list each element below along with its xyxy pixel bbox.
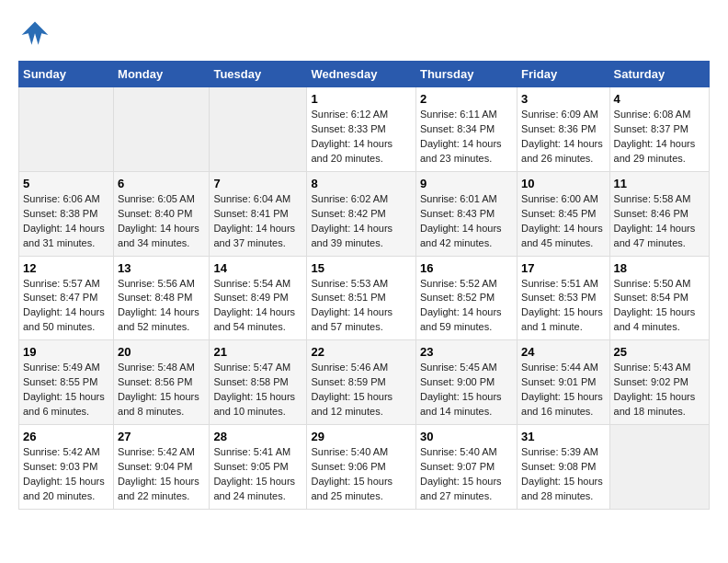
day-number: 25 (614, 345, 705, 359)
day-number: 18 (614, 261, 705, 275)
weekday-header: Thursday (415, 62, 517, 87)
day-info: Sunrise: 6:05 AMSunset: 8:40 PMDaylight:… (118, 193, 199, 248)
day-number: 27 (118, 430, 205, 443)
day-number: 2 (420, 92, 513, 106)
day-info: Sunrise: 6:11 AMSunset: 8:34 PMDaylight:… (420, 109, 502, 164)
calendar-cell: 22 Sunrise: 5:46 AMSunset: 8:59 PMDaylig… (307, 340, 416, 425)
day-info: Sunrise: 5:45 AMSunset: 9:00 PMDaylight:… (420, 362, 502, 417)
day-number: 8 (311, 177, 412, 190)
day-number: 22 (311, 345, 412, 359)
day-info: Sunrise: 5:46 AMSunset: 8:59 PMDaylight:… (311, 362, 392, 417)
calendar-cell: 3 Sunrise: 6:09 AMSunset: 8:36 PMDayligh… (518, 87, 609, 172)
day-number: 29 (311, 430, 412, 443)
calendar-week-row: 5 Sunrise: 6:06 AMSunset: 8:38 PMDayligh… (19, 171, 710, 256)
day-info: Sunrise: 6:09 AMSunset: 8:36 PMDaylight:… (521, 109, 603, 164)
day-info: Sunrise: 6:06 AMSunset: 8:38 PMDaylight:… (23, 193, 105, 248)
calendar-cell (114, 87, 210, 172)
calendar-cell: 12 Sunrise: 5:57 AMSunset: 8:47 PMDaylig… (19, 256, 114, 340)
calendar-cell: 4 Sunrise: 6:08 AMSunset: 8:37 PMDayligh… (609, 87, 709, 172)
calendar-cell: 30 Sunrise: 5:40 AMSunset: 9:07 PMDaylig… (415, 425, 517, 510)
day-number: 13 (118, 261, 205, 275)
day-number: 24 (521, 345, 605, 359)
calendar-cell: 16 Sunrise: 5:52 AMSunset: 8:52 PMDaylig… (415, 256, 517, 340)
calendar-header-row: SundayMondayTuesdayWednesdayThursdayFrid… (19, 62, 710, 87)
calendar-cell: 13 Sunrise: 5:56 AMSunset: 8:48 PMDaylig… (114, 256, 210, 340)
weekday-header: Saturday (609, 62, 709, 87)
calendar-cell: 19 Sunrise: 5:49 AMSunset: 8:55 PMDaylig… (19, 340, 114, 425)
calendar-table: SundayMondayTuesdayWednesdayThursdayFrid… (18, 61, 710, 510)
calendar-cell (210, 87, 307, 172)
day-number: 1 (311, 92, 412, 106)
day-info: Sunrise: 5:58 AMSunset: 8:46 PMDaylight:… (614, 193, 696, 248)
day-number: 30 (420, 430, 513, 443)
day-info: Sunrise: 5:56 AMSunset: 8:48 PMDaylight:… (118, 278, 199, 333)
calendar-cell: 10 Sunrise: 6:00 AMSunset: 8:45 PMDaylig… (518, 171, 609, 256)
logo (18, 18, 53, 52)
day-info: Sunrise: 5:42 AMSunset: 9:04 PMDaylight:… (118, 446, 199, 501)
calendar-cell: 6 Sunrise: 6:05 AMSunset: 8:40 PMDayligh… (114, 171, 210, 256)
calendar-cell (19, 87, 114, 172)
day-info: Sunrise: 6:12 AMSunset: 8:33 PMDaylight:… (311, 109, 392, 164)
day-number: 10 (521, 177, 605, 190)
day-number: 19 (23, 345, 109, 359)
day-number: 11 (614, 177, 705, 190)
calendar-cell: 7 Sunrise: 6:04 AMSunset: 8:41 PMDayligh… (210, 171, 307, 256)
day-number: 3 (521, 92, 605, 106)
day-info: Sunrise: 5:57 AMSunset: 8:47 PMDaylight:… (23, 278, 105, 333)
calendar-week-row: 1 Sunrise: 6:12 AMSunset: 8:33 PMDayligh… (19, 87, 710, 172)
calendar-cell: 18 Sunrise: 5:50 AMSunset: 8:54 PMDaylig… (609, 256, 709, 340)
calendar-cell: 8 Sunrise: 6:02 AMSunset: 8:42 PMDayligh… (307, 171, 416, 256)
calendar-cell (609, 425, 709, 510)
calendar-cell: 26 Sunrise: 5:42 AMSunset: 9:03 PMDaylig… (19, 425, 114, 510)
calendar-cell: 31 Sunrise: 5:39 AMSunset: 9:08 PMDaylig… (518, 425, 609, 510)
day-info: Sunrise: 5:39 AMSunset: 9:08 PMDaylight:… (521, 446, 603, 501)
svg-marker-0 (22, 22, 49, 45)
day-info: Sunrise: 6:01 AMSunset: 8:43 PMDaylight:… (420, 193, 502, 248)
day-info: Sunrise: 5:49 AMSunset: 8:55 PMDaylight:… (23, 362, 105, 417)
day-number: 23 (420, 345, 513, 359)
day-number: 9 (420, 177, 513, 190)
day-info: Sunrise: 5:40 AMSunset: 9:07 PMDaylight:… (420, 446, 502, 501)
calendar-cell: 2 Sunrise: 6:11 AMSunset: 8:34 PMDayligh… (415, 87, 517, 172)
page-header (18, 18, 710, 52)
day-info: Sunrise: 5:43 AMSunset: 9:02 PMDaylight:… (614, 362, 696, 417)
day-info: Sunrise: 5:40 AMSunset: 9:06 PMDaylight:… (311, 446, 392, 501)
day-number: 20 (118, 345, 205, 359)
calendar-cell: 23 Sunrise: 5:45 AMSunset: 9:00 PMDaylig… (415, 340, 517, 425)
weekday-header: Sunday (19, 62, 114, 87)
day-info: Sunrise: 5:41 AMSunset: 9:05 PMDaylight:… (213, 446, 295, 501)
calendar-cell: 1 Sunrise: 6:12 AMSunset: 8:33 PMDayligh… (307, 87, 416, 172)
day-info: Sunrise: 6:00 AMSunset: 8:45 PMDaylight:… (521, 193, 603, 248)
calendar-cell: 5 Sunrise: 6:06 AMSunset: 8:38 PMDayligh… (19, 171, 114, 256)
calendar-cell: 11 Sunrise: 5:58 AMSunset: 8:46 PMDaylig… (609, 171, 709, 256)
day-number: 7 (213, 177, 302, 190)
day-info: Sunrise: 5:51 AMSunset: 8:53 PMDaylight:… (521, 278, 603, 333)
day-number: 12 (23, 261, 109, 275)
logo-icon (18, 18, 51, 52)
day-number: 4 (614, 92, 705, 106)
day-info: Sunrise: 6:04 AMSunset: 8:41 PMDaylight:… (213, 193, 295, 248)
day-number: 31 (521, 430, 605, 443)
calendar-cell: 25 Sunrise: 5:43 AMSunset: 9:02 PMDaylig… (609, 340, 709, 425)
day-info: Sunrise: 6:08 AMSunset: 8:37 PMDaylight:… (614, 109, 696, 164)
day-number: 5 (23, 177, 109, 190)
day-info: Sunrise: 5:53 AMSunset: 8:51 PMDaylight:… (311, 278, 392, 333)
weekday-header: Tuesday (210, 62, 307, 87)
day-number: 6 (118, 177, 205, 190)
day-number: 26 (23, 430, 109, 443)
day-info: Sunrise: 5:44 AMSunset: 9:01 PMDaylight:… (521, 362, 603, 417)
calendar-cell: 28 Sunrise: 5:41 AMSunset: 9:05 PMDaylig… (210, 425, 307, 510)
calendar-cell: 20 Sunrise: 5:48 AMSunset: 8:56 PMDaylig… (114, 340, 210, 425)
calendar-cell: 9 Sunrise: 6:01 AMSunset: 8:43 PMDayligh… (415, 171, 517, 256)
calendar-cell: 21 Sunrise: 5:47 AMSunset: 8:58 PMDaylig… (210, 340, 307, 425)
calendar-cell: 17 Sunrise: 5:51 AMSunset: 8:53 PMDaylig… (518, 256, 609, 340)
day-info: Sunrise: 5:48 AMSunset: 8:56 PMDaylight:… (118, 362, 199, 417)
weekday-header: Friday (518, 62, 609, 87)
day-number: 15 (311, 261, 412, 275)
calendar-cell: 15 Sunrise: 5:53 AMSunset: 8:51 PMDaylig… (307, 256, 416, 340)
day-info: Sunrise: 5:54 AMSunset: 8:49 PMDaylight:… (213, 278, 295, 333)
calendar-week-row: 12 Sunrise: 5:57 AMSunset: 8:47 PMDaylig… (19, 256, 710, 340)
calendar-cell: 29 Sunrise: 5:40 AMSunset: 9:06 PMDaylig… (307, 425, 416, 510)
day-number: 21 (213, 345, 302, 359)
calendar-cell: 27 Sunrise: 5:42 AMSunset: 9:04 PMDaylig… (114, 425, 210, 510)
